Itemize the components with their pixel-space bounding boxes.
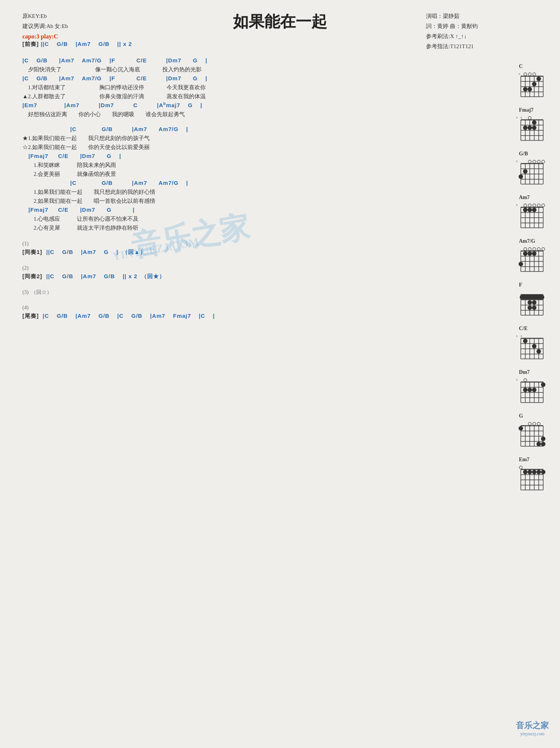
svg-point-158 (519, 426, 523, 431)
chord-Am7: Am7 x (515, 195, 549, 232)
svg-point-159 (541, 437, 545, 441)
verse1-chord2: |C G/B |Am7 Am7/G |F C/E |Dm7 G | (22, 74, 493, 83)
svg-point-141 (523, 388, 528, 392)
interlude2-label: [间奏2] (22, 273, 42, 279)
chorus-lyric6: 2.如果我们能在一起 唱一首歌会比以前有感情 (22, 196, 493, 205)
svg-point-178 (541, 470, 545, 474)
svg-point-109 (528, 305, 532, 310)
svg-point-125 (532, 344, 536, 348)
svg-point-140 (541, 382, 545, 387)
chord-Fmaj7-name: Fmaj7 (519, 107, 533, 113)
chord-Am7G-name: Am7/G (519, 238, 535, 244)
interlude2-chord: [间奏2] ||C G/B |Am7 G/B || x 2 （回★） (22, 272, 493, 281)
svg-point-73 (528, 208, 532, 212)
svg-point-18 (528, 87, 532, 91)
chord-GB-name: G/B (519, 151, 528, 157)
verse1-lyric4: 好想独佔这距离 你的小心 我的嗯吸 谁会先鼓起勇气 (22, 110, 493, 119)
chord-Em7-grid (515, 464, 549, 494)
verse1-lyric2: 1.对话都结束了 胸口的悸动还没停 今天我更喜欢你 (22, 83, 493, 92)
chord-CE: C/E x x (515, 326, 549, 363)
spacer5 (22, 296, 493, 304)
chord-F-grid (515, 289, 549, 319)
svg-text:x: x (516, 159, 518, 163)
spacer3 (22, 257, 493, 264)
strum-info: 参考刷法:X ↑_↑↓ (426, 31, 478, 41)
svg-point-108 (532, 300, 536, 305)
svg-point-15 (536, 77, 541, 81)
chord-GB: G/B x (515, 151, 549, 188)
svg-point-177 (536, 470, 541, 474)
interlude1-label: [间奏1] (22, 249, 42, 255)
chord-GB-grid: x (515, 158, 549, 188)
svg-point-91 (523, 251, 528, 256)
capo-info: capo:3 play:C (22, 31, 68, 42)
svg-point-175 (528, 470, 532, 474)
svg-point-160 (536, 442, 541, 446)
chord-C-grid: x (515, 71, 549, 100)
svg-point-86 (524, 248, 527, 251)
chord-CE-grid: x x (515, 333, 549, 363)
num-note-3: (3) （回☆） (22, 288, 493, 296)
chord-G-name: G (519, 413, 523, 419)
svg-point-161 (541, 442, 545, 446)
outro-label: [尾奏] (22, 313, 39, 319)
spacer2 (22, 232, 493, 240)
header: 原KEY:Eb 建议男调:Ab 女:Eb capo:3 play:C 如果能在一… (7, 11, 553, 32)
chord-CE-name: C/E (519, 326, 528, 332)
svg-point-176 (532, 470, 536, 474)
svg-point-50 (533, 160, 536, 163)
svg-point-53 (523, 169, 528, 174)
svg-point-174 (523, 470, 528, 474)
svg-point-157 (537, 422, 540, 425)
chord-Dm7-grid: x (515, 376, 549, 406)
svg-point-155 (528, 422, 531, 425)
svg-point-90 (542, 248, 545, 251)
outro-chord: [尾奏] |C G/B |Am7 G/B |C G/B |Am7 Fmaj7 |… (22, 311, 493, 320)
svg-point-69 (533, 204, 536, 207)
chord-Fmaj7: Fmaj7 x x (515, 107, 549, 144)
svg-text:x: x (516, 334, 518, 338)
svg-point-88 (533, 248, 536, 251)
svg-point-139 (524, 379, 527, 382)
chord-Em7: Em7 (515, 457, 549, 494)
footer-logo-sub: yinyuezj.com (516, 731, 549, 737)
chord-C-name: C (519, 63, 523, 69)
svg-point-35 (528, 125, 532, 130)
svg-text:x: x (520, 115, 522, 119)
chord-C: C x (515, 63, 549, 100)
svg-text:x: x (516, 115, 518, 119)
chorus-chord3: |C G/B |Am7 Am7/G | (22, 179, 493, 187)
spacer1 (22, 119, 493, 125)
verse1-lyric1: 夕阳快消失了 像一颗心沉入海底 投入灼热的光影 (22, 65, 493, 74)
svg-point-143 (532, 388, 536, 392)
svg-rect-106 (520, 295, 544, 299)
num-note-2: (2) (22, 264, 493, 272)
fingering-info: 参考指法:T121T121 (426, 41, 478, 52)
svg-point-142 (528, 388, 532, 392)
chorus-lyric3: 1.和笑眯眯 陪我未来的风雨 (22, 161, 493, 170)
chord-G: G (515, 413, 549, 450)
svg-point-16 (532, 82, 536, 86)
verse1-chord3: |Em7 |Am7 |Dm7 C |Abmaj7 G | (22, 101, 493, 110)
svg-point-67 (524, 204, 527, 207)
verse1-lyric3: ▲2.人群都散去了 你鼻尖微湿的汗滴 蒸发在我的体温 (22, 92, 493, 101)
svg-point-124 (523, 339, 528, 343)
chorus-lyric1: ★1.如果我们能在一起 我只想此刻的你的孩子气 (22, 134, 493, 143)
spacer4 (22, 281, 493, 288)
num-note-4: (4) (22, 304, 493, 311)
chord-Em7-name: Em7 (519, 457, 529, 463)
main-content: |C G/B |Am7 Am7/G |F C/E |Dm7 G | 夕阳快消失了… (22, 56, 493, 320)
chord-Am7G: Am7/G (515, 238, 549, 275)
page: 原KEY:Eb 建议男调:Ab 女:Eb capo:3 play:C 如果能在一… (0, 0, 560, 748)
chorus-chord2: |Fmaj7 C/E |Dm7 G | (22, 152, 493, 161)
svg-point-92 (528, 251, 532, 256)
svg-point-34 (523, 125, 528, 130)
svg-point-33 (532, 120, 536, 125)
interlude1-chord: [间奏1] ||C G/B |Am7 G | （回▲） (22, 248, 493, 257)
svg-point-32 (528, 117, 531, 120)
chorus-lyric4: 2.会更美丽 就像函馆的夜景 (22, 170, 493, 179)
meta-left: 原KEY:Eb 建议男调:Ab 女:Eb capo:3 play:C (22, 11, 68, 42)
svg-point-107 (528, 300, 532, 305)
chord-F: F (515, 282, 549, 319)
svg-point-54 (519, 174, 523, 179)
